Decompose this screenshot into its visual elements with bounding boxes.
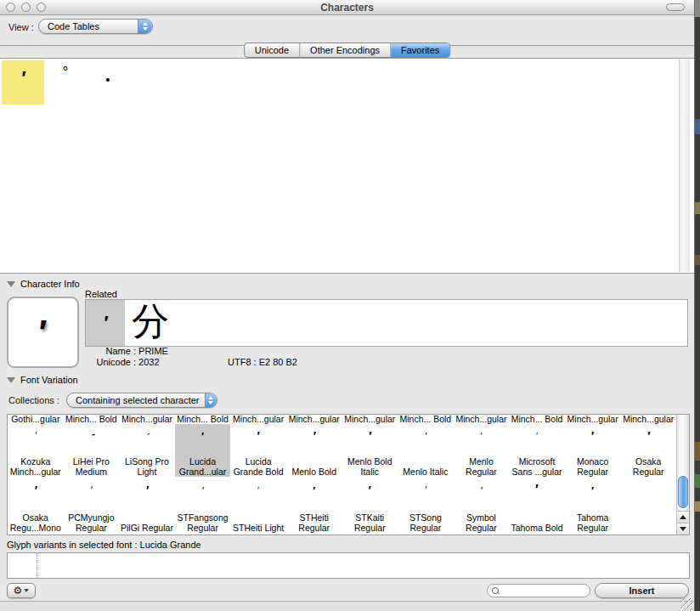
font-name-label: Menlo Bold [291, 467, 336, 477]
insert-button[interactable]: Insert [595, 583, 689, 598]
scrollbar-thumb[interactable] [678, 476, 688, 508]
font-name-label: STHeiti Light [233, 523, 284, 533]
background-window-sliver [695, 0, 700, 611]
font-glyph-prime: ′ [425, 426, 426, 446]
related-character-cell[interactable]: 分 [125, 300, 176, 346]
font-variation-header: Font Variation [7, 375, 78, 385]
font-cell[interactable]: ′ Menlo Bold [286, 424, 342, 477]
font-glyph-prime: ′ [591, 480, 594, 501]
resize-grip[interactable] [680, 598, 692, 610]
favorite-character-cell[interactable]: ′ [2, 60, 44, 105]
action-menu-button[interactable]: ⚙ [7, 583, 36, 598]
font-cell[interactable]: ′ STFangsong Regular [175, 477, 231, 533]
font-glyph-prime: ′ [313, 480, 315, 501]
glyph-variants-label-row: Glyph variants in selected font : Lucida… [7, 540, 201, 550]
collections-popup-value: Containing selected character [67, 395, 205, 405]
font-name-label: Lucida Grande Bold [230, 456, 286, 477]
unicode-value: 2032 [138, 357, 159, 367]
font-cell[interactable]: ′ LiHei Pro Medium [64, 424, 120, 477]
font-cell[interactable]: ′ Tahoma Bold [509, 477, 565, 533]
collections-popup-button[interactable]: Containing selected character [66, 393, 217, 408]
search-field[interactable] [487, 584, 590, 597]
font-cell[interactable]: ′ Microsoft Sans ...gular [509, 424, 565, 477]
font-glyph-prime: ′ [535, 480, 539, 501]
font-glyph-prime: ′ [34, 480, 37, 501]
view-popup-value: Code Tables [39, 21, 138, 31]
font-name-label: Menlo Bold Italic [342, 456, 398, 477]
disclosure-triangle-icon[interactable] [7, 281, 15, 287]
favorite-character-cell[interactable]: • [87, 60, 129, 105]
chevron-down-icon [24, 589, 29, 592]
font-glyph-prime: ′ [480, 480, 482, 501]
font-cell[interactable]: ′ Lucida Grande Bold [230, 424, 286, 477]
font-cell[interactable]: ′ Monaco Regular [565, 424, 621, 477]
font-name-label: PCMyungjo Regular [64, 512, 120, 533]
font-glyph-prime: ′ [145, 480, 148, 501]
encoding-tabs: Unicode Other Encodings Favorites [244, 42, 451, 58]
font-name-label: Tahoma Regular [565, 512, 621, 533]
unicode-label: Unicode : [83, 357, 136, 368]
font-grid-scrollbar[interactable] [676, 415, 689, 535]
font-name-label: Kozuka Minch...gular [8, 456, 64, 477]
related-label: Related [85, 289, 117, 299]
font-glyph-prime: ′ [313, 426, 315, 446]
font-name-label: STKaiti Regular [342, 512, 398, 533]
font-name-label: Lucida Grand...ular [175, 456, 231, 477]
font-cell[interactable]: ′ Osaka Regular [620, 424, 676, 477]
font-cell[interactable]: ′ STHeiti Light [230, 477, 286, 533]
favorites-scrollbar[interactable] [679, 59, 690, 272]
font-glyph-prime: ′ [369, 426, 371, 446]
font-cell[interactable]: ′ STHeiti Regular [286, 477, 342, 533]
font-name-label: Symbol Regular [454, 512, 510, 533]
characters-window: Characters View : Code Tables Unicode Ot… [0, 0, 695, 611]
popup-stepper-icon [205, 393, 217, 407]
font-cell[interactable]: ′ Osaka Regu...Mono [8, 477, 64, 533]
font-glyph-prime: ′ [90, 480, 92, 501]
tab[interactable]: Unicode [245, 43, 300, 57]
font-cell[interactable]: ′ Tahoma Regular [565, 477, 621, 533]
font-name-label: Tahoma Bold [511, 523, 562, 533]
toolbar-toggle-button[interactable] [666, 3, 685, 11]
font-row-2: ′ Osaka Regu...Mono ′ PCMyungjo Regular … [8, 477, 676, 533]
clipped-font-label: Minch... Bold [175, 415, 231, 424]
font-cell[interactable]: ′ LiSong Pro Light [119, 424, 175, 477]
font-cell[interactable]: ′ Symbol Regular [454, 477, 510, 533]
favorite-character-cell[interactable]: ° [44, 60, 87, 105]
scroll-up-button[interactable] [677, 511, 689, 523]
font-cell[interactable]: ′ Menlo Regular [454, 424, 510, 477]
font-cell[interactable]: ′ STKaiti Regular [342, 477, 398, 533]
tab[interactable]: Other Encodings [300, 43, 391, 57]
font-glyph-prime: ′ [591, 426, 594, 446]
font-cell[interactable]: ′ Menlo Bold Italic [342, 424, 398, 477]
glyph-variants-cell-divider [37, 553, 37, 578]
font-name-label: Microsoft Sans ...gular [509, 456, 565, 477]
view-popup-button[interactable]: Code Tables [38, 19, 153, 34]
utf8-label: UTF8 : [228, 357, 257, 367]
scroll-down-button[interactable] [677, 523, 689, 535]
character-info-header: Character Info [7, 279, 80, 289]
related-character-cell[interactable]: ′ [86, 300, 125, 346]
font-cell[interactable]: ′ STSong Regular [398, 477, 454, 533]
font-name-label: Osaka Regu...Mono [8, 512, 64, 533]
font-cell[interactable]: ′ PCMyungjo Regular [64, 477, 120, 533]
clipped-font-label: Minch...gular [342, 415, 398, 424]
font-glyph-prime: ′ [257, 426, 259, 446]
font-cell[interactable]: ′ PilGi Regular [119, 477, 175, 533]
font-cell[interactable]: ′ Lucida Grand...ular [175, 424, 231, 477]
favorites-grid: ′ ° • [0, 58, 694, 274]
gear-icon: ⚙ [14, 585, 23, 597]
font-name-label: STSong Regular [398, 512, 454, 533]
clipped-font-label: Minch... Bold [64, 415, 120, 424]
glyph-variants-strip[interactable] [7, 552, 690, 579]
clipped-font-label: Gothi...gular [8, 415, 64, 424]
clipped-font-label: Minch...gular [454, 415, 510, 424]
clipped-font-label: Minch... Bold [509, 415, 565, 424]
font-cell[interactable]: ′ Kozuka Minch...gular [8, 424, 64, 477]
tab[interactable]: Favorites [391, 43, 449, 57]
font-glyph-prime: ′ [425, 480, 426, 501]
clipped-font-label: Minch...gular [230, 415, 286, 424]
popup-stepper-icon [138, 20, 152, 33]
font-cell[interactable]: ′ Menlo Italic [398, 424, 454, 477]
disclosure-triangle-icon[interactable] [7, 377, 15, 383]
clipped-font-label: Minch... Bold [398, 415, 454, 424]
